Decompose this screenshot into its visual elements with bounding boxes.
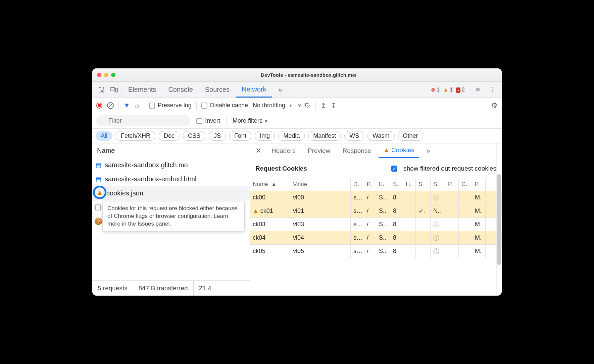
cookie-cell: M. <box>472 204 486 218</box>
tab-console[interactable]: Console <box>163 82 198 98</box>
settings-icon[interactable]: ⚙ <box>472 86 484 93</box>
tab-more[interactable]: » <box>273 82 288 98</box>
cookie-cell: s… <box>351 204 364 218</box>
svg-rect-2 <box>115 88 117 92</box>
detail-tab-more[interactable]: » <box>422 143 435 158</box>
chip-manifest[interactable]: Manifest <box>308 131 341 141</box>
chip-ws[interactable]: WS <box>344 131 364 141</box>
col-value[interactable]: Value <box>290 178 351 191</box>
request-row[interactable]: cookies.json <box>92 186 250 200</box>
detail-tabs: ✕ Headers Preview Response ▲ Cookies » <box>250 143 502 158</box>
close-detail-icon[interactable]: ✕ <box>253 146 264 155</box>
tab-sources[interactable]: Sources <box>200 82 235 98</box>
tab-network[interactable]: Network <box>236 82 271 98</box>
cookie-row[interactable]: ck04vl04s…/S..8ⓘM. <box>250 231 502 245</box>
col-p[interactable]: P. <box>364 178 376 191</box>
kebab-menu-icon[interactable]: ⋮ <box>487 86 498 93</box>
close-window-button[interactable] <box>97 73 101 77</box>
col-p2[interactable]: P. <box>445 178 459 191</box>
detail-tab-headers[interactable]: Headers <box>267 143 300 158</box>
filter-toggle-icon[interactable]: ▼ <box>123 102 130 109</box>
cookie-cell <box>445 245 459 258</box>
cookie-cell: s… <box>351 245 364 258</box>
col-s3[interactable]: S. <box>431 178 445 191</box>
col-h[interactable]: H. <box>403 178 416 191</box>
download-har-icon[interactable]: ↧ <box>331 102 337 110</box>
request-row[interactable]: ▤ samesite-sandbox-embed.html <box>92 172 250 186</box>
cookie-cell: vl05 <box>290 245 351 258</box>
window-controls <box>97 73 115 77</box>
preserve-log-checkbox[interactable]: Preserve log <box>149 102 192 109</box>
col-d[interactable]: D. <box>351 178 364 191</box>
error-count[interactable]: ⊗ 1 <box>431 86 440 93</box>
scroll-thumb[interactable] <box>497 174 501 265</box>
col-s2[interactable]: S. <box>416 178 431 191</box>
invert-checkbox[interactable]: Invert <box>196 117 220 124</box>
chip-font[interactable]: Font <box>229 131 251 141</box>
col-c[interactable]: C. <box>459 178 472 191</box>
status-time: 21.4 <box>194 281 217 296</box>
request-row[interactable]: ▤ samesite-sandbox.glitch.me <box>92 158 250 172</box>
column-header-name[interactable]: Name <box>92 143 250 158</box>
throttling-select[interactable]: No throttling▼ <box>253 102 293 109</box>
cookie-cell: ck04 <box>250 231 290 244</box>
cookie-cell: ck03 <box>250 218 290 231</box>
cookie-cell: / <box>364 231 376 244</box>
chip-css[interactable]: CSS <box>183 131 205 141</box>
cookie-cell: vl03 <box>290 218 351 231</box>
cookie-cell: M. <box>472 245 486 258</box>
chip-wasm[interactable]: Wasm <box>367 131 394 141</box>
maximize-window-button[interactable] <box>111 73 115 77</box>
show-filtered-checkbox[interactable]: show filtered out request cookies <box>391 165 496 172</box>
device-toggle-icon[interactable] <box>108 87 120 93</box>
cookie-cell: ✓. <box>416 204 431 218</box>
cookie-row[interactable]: ck03vl03s…/S..8ⓘM. <box>250 218 502 231</box>
cookie-row[interactable]: ck05vl05s…/S..8ⓘM. <box>250 245 502 258</box>
chip-js[interactable]: JS <box>209 131 226 141</box>
detail-tab-cookies[interactable]: ▲ Cookies <box>379 143 419 158</box>
detail-tab-preview[interactable]: Preview <box>303 143 335 158</box>
svg-rect-1 <box>111 87 115 91</box>
col-p3[interactable]: P. <box>472 178 486 191</box>
col-s[interactable]: S. <box>390 178 403 191</box>
filter-input[interactable] <box>96 115 190 126</box>
cookie-row[interactable]: ▲ ck01vl01s…/S..8✓.N..M. <box>250 204 502 218</box>
clear-button[interactable] <box>107 102 114 109</box>
tab-elements[interactable]: Elements <box>123 82 161 98</box>
main-tabbar: Elements Console Sources Network » ⊗ 1 ▲… <box>92 82 502 98</box>
cookie-cell <box>459 231 472 244</box>
cookie-cell <box>445 204 459 218</box>
col-name[interactable]: Name ▲ <box>250 178 290 191</box>
cookie-cell <box>403 231 416 244</box>
chip-doc[interactable]: Doc <box>159 131 180 141</box>
chip-all[interactable]: All <box>96 131 112 141</box>
more-filters-dropdown[interactable]: More filters ▼ <box>233 117 268 124</box>
cookie-icon: 🍪 <box>94 217 103 225</box>
search-icon[interactable]: ⌕ <box>135 101 139 110</box>
issues-count[interactable]: ▪ 2 <box>456 87 465 93</box>
chip-fetch-xhr[interactable]: Fetch/XHR <box>116 131 155 141</box>
devtools-window: DevTools - samesite-sandbox.glitch.me/ E… <box>92 68 502 296</box>
scrollbar[interactable] <box>496 143 501 296</box>
cookie-cell: s… <box>351 191 364 204</box>
warning-count[interactable]: ▲ 1 <box>443 87 453 93</box>
cookie-row[interactable]: ck00vl00s…/S..8ⓘM. <box>250 191 502 204</box>
record-button[interactable] <box>96 103 102 109</box>
cookie-cell <box>416 245 431 258</box>
chip-other[interactable]: Other <box>398 131 423 141</box>
col-e[interactable]: E. <box>376 178 390 191</box>
cookie-cell: vl04 <box>290 231 351 244</box>
detail-tab-response[interactable]: Response <box>338 143 376 158</box>
inspect-icon[interactable] <box>96 86 107 93</box>
network-settings-icon[interactable]: ⚙ <box>491 101 498 110</box>
disable-cache-checkbox[interactable]: Disable cache <box>201 102 248 109</box>
chip-img[interactable]: Img <box>255 131 275 141</box>
upload-har-icon[interactable]: ↥ <box>320 102 326 110</box>
request-rows: ▤ samesite-sandbox.glitch.me ▤ samesite-… <box>92 158 250 280</box>
minimize-window-button[interactable] <box>104 73 108 77</box>
annotation-circle: ▲ <box>93 186 106 199</box>
info-icon: ⓘ <box>433 247 439 255</box>
chip-media[interactable]: Media <box>278 131 305 141</box>
issue-counts: ⊗ 1 ▲ 1 ▪ 2 ⚙ ⋮ <box>431 86 498 93</box>
network-conditions-icon[interactable]: ᯤ⚙ <box>297 102 311 109</box>
